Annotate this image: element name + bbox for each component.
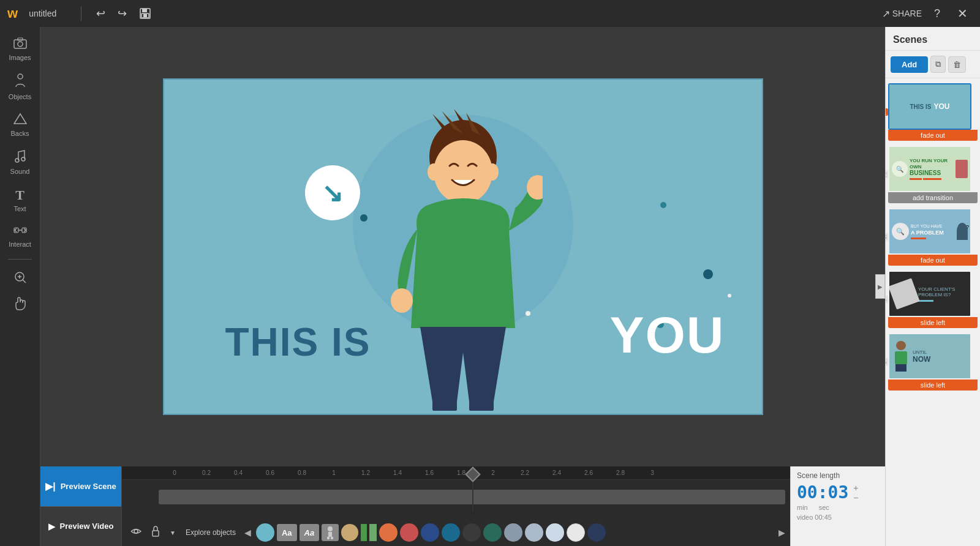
obj-text-aa-sans[interactable]: Aa [300, 524, 320, 541]
explore-objects-label: Explore objects [182, 528, 239, 537]
bottom-area: ▶| Preview Scene ▶ Preview Video 0 [40, 466, 885, 546]
sidebar-item-sound[interactable]: Sound [0, 144, 40, 180]
scene-item-1[interactable]: 01 THIS IS YOU fade out [888, 83, 978, 141]
ruler-mark-24: 2.4 [541, 469, 573, 476]
explore-arrow-right[interactable]: ▶ [778, 528, 785, 537]
scene-transition-5[interactable]: slide left [888, 380, 978, 391]
timeline-section: 0 0.2 0.4 0.6 0.8 1 1.2 1.4 1.6 1.8 2 2.… [122, 466, 790, 546]
arrow-icon: ↘ [322, 178, 343, 208]
svg-point-24 [428, 163, 440, 181]
scene-item-2[interactable]: 02 🔍 YOU RUN YOUR OWN [888, 146, 978, 203]
min-label: min [797, 504, 808, 511]
obj-circle-light-gray-blue[interactable] [525, 523, 543, 542]
save-button[interactable] [137, 5, 154, 22]
preview-video-button[interactable]: ▶ Preview Video [40, 506, 121, 547]
obj-circle-gray-blue[interactable] [504, 523, 522, 542]
share-icon: ↗ [882, 8, 890, 20]
obj-circle-dark-teal[interactable] [483, 523, 502, 542]
scene-item-4[interactable]: 04 YOUR CLIENT'S PROBLEM IS? [888, 271, 978, 328]
hand-tool-button[interactable] [0, 291, 40, 316]
time-decrease-button[interactable]: − [853, 493, 858, 502]
scene-transition-2[interactable]: add transition [888, 192, 978, 203]
lock-button[interactable] [148, 523, 164, 542]
collapse-panel-button[interactable]: ▶ [875, 274, 885, 299]
scene-thumbnail-4[interactable]: YOUR CLIENT'S PROBLEM IS? [888, 271, 971, 317]
obj-circle-red[interactable] [400, 523, 418, 542]
obj-circle-dark-blue[interactable] [421, 523, 439, 542]
dot-4 [660, 202, 666, 208]
svg-line-14 [23, 280, 26, 283]
sec-label: sec [819, 504, 829, 511]
canvas-arrow-circle: ↘ [305, 165, 360, 220]
close-button[interactable]: ✕ [952, 4, 973, 23]
preview-buttons: ▶| Preview Scene ▶ Preview Video [40, 466, 122, 546]
obj-circle-light-blue[interactable] [256, 523, 274, 542]
person-icon [15, 73, 26, 91]
obj-green-rect-2[interactable] [369, 524, 377, 541]
preview-scene-label: Preview Scene [61, 482, 116, 491]
obj-text-aa-serif[interactable]: Aa [277, 524, 297, 541]
undo-button[interactable]: ↩ [94, 4, 108, 23]
sidebar-item-interact[interactable]: Interact [0, 220, 40, 253]
left-sidebar: Images Objects Backs [0, 27, 40, 546]
obj-circle-light-gray[interactable] [567, 523, 585, 542]
dot-1 [360, 214, 368, 222]
scenes-delete-button[interactable]: 🗑 [948, 56, 966, 73]
ruler-mark-14: 1.4 [382, 469, 413, 476]
obj-circle-tan[interactable] [341, 524, 358, 541]
sidebar-item-backs[interactable]: Backs [0, 108, 40, 142]
sidebar-text-label: Text [13, 205, 26, 212]
scene-thumbnail-2[interactable]: 🔍 YOU RUN YOUR OWN BUSINESS [888, 146, 971, 192]
scene-length-time: 00:03 + − [797, 482, 879, 503]
caret-button[interactable]: ▼ [166, 527, 179, 539]
redo-button[interactable]: ↪ [115, 4, 129, 23]
obj-figure-person[interactable] [322, 524, 339, 541]
ruler-mark-0: 0 [159, 469, 190, 476]
topbar: w untitled ↩ ↪ ↗ SHARE ? ✕ [0, 0, 980, 27]
explore-arrow-left[interactable]: ◀ [242, 528, 254, 537]
obj-circle-orange[interactable] [379, 523, 398, 542]
scene-thumbnail-3[interactable]: 🔍 BUT YOU HAVE A PROBLEM [888, 208, 971, 255]
canvas-area[interactable]: ↘ [40, 27, 885, 466]
topbar-divider [81, 6, 81, 21]
obj-circle-teal[interactable] [442, 523, 460, 542]
time-increase-button[interactable]: + [853, 484, 858, 492]
eye-button[interactable] [127, 525, 145, 540]
scene-length-panel: Scene length 00:03 + − min sec v [790, 466, 885, 546]
scene-item-3[interactable]: 03 🔍 BUT YOU HAVE A [888, 208, 978, 266]
zoom-button[interactable] [0, 266, 40, 289]
main-canvas[interactable]: ↘ [163, 78, 763, 415]
scene-item-5[interactable]: 05 [888, 333, 978, 391]
scenes-add-button[interactable]: Add [891, 56, 928, 73]
scene-transition-3[interactable]: fade out [888, 255, 978, 266]
obj-circle-dark[interactable] [462, 523, 481, 542]
svg-rect-34 [327, 537, 330, 539]
obj-circle-pale-blue[interactable] [546, 523, 564, 542]
scene-thumbnail-5[interactable]: UNTIL NOW [888, 333, 971, 380]
sidebar-item-images[interactable]: Images [0, 32, 40, 66]
share-button[interactable]: ↗ SHARE [882, 8, 922, 20]
track-bar[interactable] [159, 490, 785, 504]
scenes-duplicate-button[interactable]: ⧉ [930, 56, 946, 73]
scene-transition-4[interactable]: slide left [888, 317, 978, 328]
svg-rect-3 [143, 14, 147, 17]
scene-transition-1[interactable]: fade out [888, 130, 978, 141]
sidebar-item-text[interactable]: T Text [0, 182, 40, 217]
music-icon [15, 149, 26, 166]
help-button[interactable]: ? [929, 5, 945, 23]
svg-point-25 [486, 163, 499, 181]
scene-thumbnail-1[interactable]: THIS IS YOU [888, 83, 971, 130]
ruler-mark-04: 0.4 [222, 469, 254, 476]
svg-rect-6 [18, 38, 23, 40]
scene-time-value: 00:03 [797, 482, 848, 503]
ruler-mark-08: 0.8 [286, 469, 318, 476]
dot-6 [703, 269, 713, 279]
sidebar-item-objects[interactable]: Objects [0, 69, 40, 105]
svg-rect-28 [432, 398, 457, 411]
svg-marker-8 [14, 114, 26, 124]
obj-green-rect[interactable] [361, 524, 367, 541]
preview-scene-button[interactable]: ▶| Preview Scene [40, 466, 121, 506]
ruler-mark-3: 3 [636, 469, 668, 476]
tracks-area[interactable] [122, 480, 790, 519]
obj-circle-navy[interactable] [587, 523, 606, 542]
